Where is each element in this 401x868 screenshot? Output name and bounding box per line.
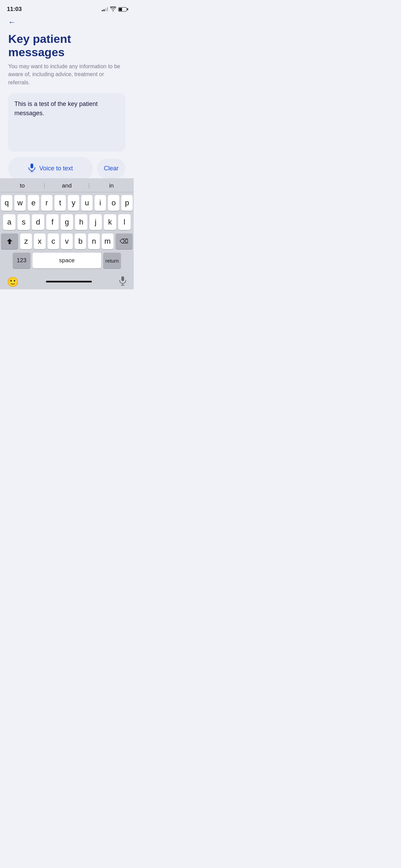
key-row-2: a s d f g h j k l bbox=[1, 214, 133, 230]
key-v[interactable]: v bbox=[61, 233, 73, 249]
key-f[interactable]: f bbox=[46, 214, 59, 230]
key-i[interactable]: i bbox=[95, 195, 106, 211]
key-n[interactable]: n bbox=[88, 233, 100, 249]
key-p[interactable]: p bbox=[121, 195, 133, 211]
emoji-icon[interactable]: 🙂 bbox=[7, 276, 19, 288]
backspace-key[interactable]: ⌫ bbox=[116, 233, 133, 249]
keyboard-rows: q w e r t y u i o p a s d f g h j k l bbox=[0, 192, 134, 273]
key-row-1: q w e r t y u i o p bbox=[1, 195, 133, 211]
home-indicator bbox=[46, 281, 92, 282]
suggestion-in[interactable]: in bbox=[89, 181, 134, 191]
key-row-3: z x c v b n m ⌫ bbox=[1, 233, 133, 249]
message-input-container[interactable]: This is a test of the key patient messag… bbox=[8, 93, 125, 152]
key-d[interactable]: d bbox=[32, 214, 44, 230]
voice-to-text-label: Voice to text bbox=[39, 165, 73, 172]
key-x[interactable]: x bbox=[34, 233, 46, 249]
key-c[interactable]: c bbox=[48, 233, 59, 249]
key-l[interactable]: l bbox=[118, 214, 131, 230]
numbers-key[interactable]: 123 bbox=[13, 253, 31, 268]
key-k[interactable]: k bbox=[104, 214, 116, 230]
key-h[interactable]: h bbox=[75, 214, 87, 230]
status-time: 11:03 bbox=[7, 6, 22, 13]
wifi-icon bbox=[110, 7, 116, 12]
key-q[interactable]: q bbox=[1, 195, 12, 211]
key-w[interactable]: w bbox=[14, 195, 26, 211]
space-key[interactable]: space bbox=[33, 253, 101, 268]
status-icons bbox=[102, 7, 127, 12]
key-g[interactable]: g bbox=[61, 214, 73, 230]
key-z[interactable]: z bbox=[20, 233, 32, 249]
svg-rect-0 bbox=[31, 164, 33, 168]
return-key[interactable]: return bbox=[103, 253, 121, 268]
main-content: ← Key patient messages You may want to i… bbox=[0, 15, 134, 180]
key-e[interactable]: e bbox=[28, 195, 39, 211]
back-arrow-icon: ← bbox=[8, 18, 16, 26]
keyboard-mic-icon[interactable] bbox=[119, 276, 127, 288]
key-r[interactable]: r bbox=[41, 195, 52, 211]
action-buttons: Voice to text Clear bbox=[8, 157, 125, 180]
key-a[interactable]: a bbox=[3, 214, 15, 230]
battery-icon bbox=[118, 7, 127, 12]
key-b[interactable]: b bbox=[75, 233, 86, 249]
clear-button[interactable]: Clear bbox=[97, 159, 125, 178]
key-y[interactable]: y bbox=[68, 195, 79, 211]
key-u[interactable]: u bbox=[81, 195, 93, 211]
key-row-4: 123 space return bbox=[1, 253, 133, 268]
key-t[interactable]: t bbox=[54, 195, 66, 211]
svg-rect-3 bbox=[121, 276, 124, 281]
keyboard-bottom-bar: 🙂 bbox=[0, 273, 134, 289]
back-button[interactable]: ← bbox=[8, 18, 125, 27]
status-bar: 11:03 bbox=[0, 0, 134, 15]
keyboard-suggestions: to and in bbox=[0, 178, 134, 192]
voice-to-text-button[interactable]: Voice to text bbox=[8, 157, 93, 180]
keyboard: to and in q w e r t y u i o p a s d f g … bbox=[0, 178, 134, 289]
shift-key[interactable] bbox=[1, 233, 18, 249]
suggestion-to[interactable]: to bbox=[0, 181, 45, 191]
microphone-icon bbox=[28, 163, 36, 174]
page-subtitle: You may want to include any information … bbox=[8, 62, 125, 86]
backspace-icon: ⌫ bbox=[120, 238, 128, 245]
signal-icon bbox=[102, 7, 108, 11]
message-textarea[interactable]: This is a test of the key patient messag… bbox=[14, 99, 119, 144]
key-j[interactable]: j bbox=[89, 214, 102, 230]
key-s[interactable]: s bbox=[17, 214, 30, 230]
key-o[interactable]: o bbox=[108, 195, 119, 211]
suggestion-and[interactable]: and bbox=[45, 181, 89, 191]
page-title: Key patient messages bbox=[8, 32, 125, 59]
key-m[interactable]: m bbox=[102, 233, 113, 249]
